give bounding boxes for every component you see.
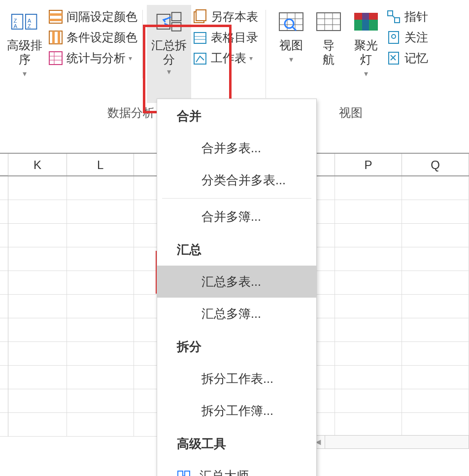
cell[interactable] [8, 389, 67, 413]
cell[interactable] [335, 366, 402, 389]
cell[interactable] [335, 389, 402, 413]
cell[interactable] [67, 295, 134, 318]
view-group-label: 视图 [339, 103, 363, 123]
cell[interactable] [402, 342, 469, 366]
cell[interactable] [335, 200, 402, 224]
cell[interactable] [67, 318, 134, 342]
cell[interactable] [402, 224, 469, 247]
row-stub [0, 200, 8, 224]
ribbon-group-content: 视图 ▾ 导 航 [272, 5, 429, 103]
menu-item-classify-merge[interactable]: 分类合并多表... [157, 164, 316, 196]
stats-analysis-button[interactable]: 统计与分析 ▾ [47, 48, 138, 68]
cell[interactable] [67, 342, 134, 366]
row-stub [0, 342, 8, 366]
scroll-track[interactable] [325, 436, 469, 448]
view-button[interactable]: 视图 ▾ [272, 5, 310, 103]
cell[interactable] [67, 176, 134, 200]
cell[interactable] [8, 247, 67, 271]
cell[interactable] [402, 271, 469, 295]
cell[interactable] [402, 389, 469, 413]
cell[interactable] [402, 247, 469, 271]
interval-color-button[interactable]: 间隔设定颜色 [47, 7, 138, 27]
cell[interactable] [335, 247, 402, 271]
cell[interactable] [335, 295, 402, 318]
cell[interactable] [8, 413, 67, 437]
cell[interactable] [335, 224, 402, 247]
data-format-buttons: 间隔设定颜色 条件设定颜色 统计与分析 ▾ [47, 5, 138, 103]
col-header-Q[interactable]: Q [402, 154, 469, 175]
memory-button[interactable]: 记忆 [385, 48, 429, 68]
cell[interactable] [67, 389, 134, 413]
cell[interactable] [67, 224, 134, 247]
navigation-icon [314, 7, 343, 36]
cell[interactable] [335, 176, 402, 200]
svg-rect-7 [49, 13, 62, 16]
svg-point-43 [392, 34, 396, 38]
row-stub [0, 366, 8, 389]
cell[interactable] [8, 342, 67, 366]
advanced-sort-label: 高级排 序 [7, 38, 42, 67]
menu-item-split-book[interactable]: 拆分工作簿... [157, 395, 316, 427]
save-sheet-label: 另存本表 [211, 9, 258, 25]
menu-header-merge: 合并 [157, 99, 316, 132]
cell[interactable] [402, 366, 469, 389]
follow-button[interactable]: 关注 [385, 28, 429, 47]
cell[interactable] [8, 318, 67, 342]
svg-rect-10 [52, 31, 55, 44]
cell[interactable] [67, 200, 134, 224]
menu-item-split-sheet[interactable]: 拆分工作表... [157, 363, 316, 395]
svg-rect-46 [185, 471, 190, 476]
cell[interactable] [8, 366, 67, 389]
navigation-button[interactable]: 导 航 [310, 5, 347, 103]
view-icon [276, 7, 306, 36]
condition-color-button[interactable]: 条件设定颜色 [47, 28, 138, 47]
grid-col-color-icon [48, 30, 64, 45]
cell[interactable] [8, 295, 67, 318]
chevron-down-icon: ▾ [23, 69, 27, 78]
cell[interactable] [335, 318, 402, 342]
cell[interactable] [402, 200, 469, 224]
spotlight-label: 聚光 灯 [354, 38, 378, 67]
pointer-button[interactable]: 指针 [385, 7, 429, 27]
sort-az-icon: Z A A Z [10, 7, 39, 36]
menu-item-summary-master[interactable]: 汇总大师... [157, 460, 316, 476]
spotlight-button[interactable]: 聚光 灯 ▾ [347, 5, 385, 103]
cell[interactable] [402, 318, 469, 342]
col-header-L[interactable]: L [67, 154, 134, 175]
cell[interactable] [402, 413, 469, 437]
cell[interactable] [8, 200, 67, 224]
cell[interactable] [8, 271, 67, 295]
chevron-down-icon: ▾ [129, 54, 132, 62]
pointer-icon [386, 9, 402, 25]
menu-item-merge-books[interactable]: 合并多簿... [157, 201, 316, 233]
summary-split-dropdown: 合并 合并多表... 分类合并多表... 合并多簿... 汇总 汇总多表... … [157, 99, 317, 476]
cell[interactable] [67, 413, 134, 437]
chevron-down-icon: ▾ [364, 69, 368, 78]
svg-rect-32 [317, 13, 340, 31]
cell[interactable] [8, 224, 67, 247]
svg-rect-39 [362, 13, 369, 31]
cell[interactable] [67, 247, 134, 271]
cell[interactable] [402, 176, 469, 200]
advanced-sort-button[interactable]: Z A A Z 高级排 序 ▾ [2, 5, 47, 103]
chevron-down-icon: ▾ [289, 55, 293, 64]
stats-icon [48, 50, 64, 66]
horizontal-scrollbar[interactable]: ◄ [311, 435, 469, 449]
svg-rect-11 [58, 31, 60, 44]
cell[interactable] [335, 342, 402, 366]
cell[interactable] [402, 295, 469, 318]
cell[interactable] [335, 271, 402, 295]
cell[interactable] [335, 413, 402, 437]
cell[interactable] [67, 366, 134, 389]
col-header-P[interactable]: P [335, 154, 402, 175]
menu-item-merge-sheets[interactable]: 合并多表... [157, 132, 316, 164]
save-sheet-button[interactable]: 另存本表 [191, 7, 259, 27]
cell[interactable] [67, 271, 134, 295]
svg-rect-6 [49, 10, 62, 23]
col-header-K[interactable]: K [8, 154, 67, 175]
cell[interactable] [8, 176, 67, 200]
save-sheet-icon [192, 9, 208, 25]
menu-item-summary-sheets[interactable]: 汇总多表... [157, 266, 316, 298]
menu-item-summary-books[interactable]: 汇总多簿... [157, 298, 316, 330]
svg-rect-17 [172, 12, 181, 21]
